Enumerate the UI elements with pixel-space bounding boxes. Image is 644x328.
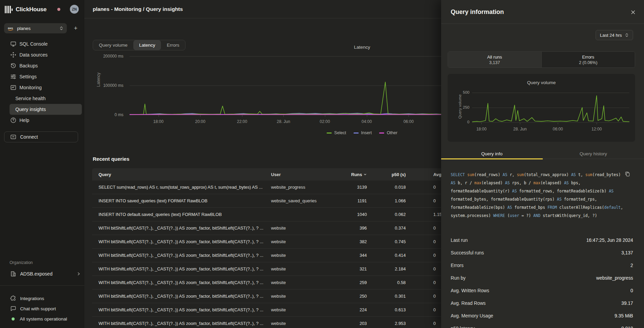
sidebar-item-integrations[interactable]: Integrations (10, 293, 82, 303)
puzzle-icon (10, 295, 16, 301)
table-row[interactable]: WITH bitShiftLeft(CAST(?..), _CAST(?..))… (92, 262, 476, 276)
sidebar-item-query-insights[interactable]: Query insights (10, 104, 82, 115)
detail-label: p50 latency (451, 326, 475, 328)
cell-query: WITH bitShiftLeft(CAST(?..), _CAST(?..))… (92, 280, 271, 285)
cell-user: website (271, 307, 326, 312)
system-status[interactable]: All systems operational (10, 314, 82, 324)
table-row[interactable]: WITH bitShiftLeft(CAST(?..), _CAST(?..))… (92, 317, 476, 328)
time-range-select[interactable]: Last 24 hrs (596, 30, 633, 40)
notification-dot (57, 8, 60, 11)
legend-swatch (379, 132, 384, 134)
latency-ytick-100000: 100000 ms (94, 83, 123, 88)
col-user: User (271, 172, 326, 177)
cell-query: WITH bitShiftLeft(CAST(?..), _CAST(?..))… (92, 307, 271, 312)
cell-runs: 344 (326, 253, 367, 258)
connect-button[interactable]: Connect (4, 131, 78, 142)
detail-value: 0 (630, 288, 633, 293)
all-runs-tab[interactable]: All runs 3,137 (448, 52, 541, 67)
tab-errors[interactable]: Errors (161, 40, 185, 50)
legend-item: Insert (354, 130, 372, 135)
table-row[interactable]: WITH bitShiftLeft(CAST(?..), _CAST(?..))… (92, 303, 476, 317)
table-row[interactable]: WITH bitShiftLeft(CAST(?..), _CAST(?..))… (92, 290, 476, 303)
x-tick-label: 28. Jun (513, 127, 526, 131)
cell-user: website (271, 253, 326, 258)
table-row[interactable]: INSERT INTO saved_queries (text) FORMAT … (92, 194, 476, 208)
add-service-button[interactable]: + (70, 23, 81, 33)
sidebar-item-sql-console[interactable]: SQL Console (10, 38, 82, 49)
workspace-selector[interactable]: aws planes (4, 23, 67, 33)
cell-query: WITH bitShiftLeft(CAST(?..), _CAST(?..))… (92, 321, 271, 326)
tab-query-history[interactable]: Query history (543, 149, 644, 159)
detail-row: p50 latency 0.018 (451, 322, 633, 328)
tab-latency[interactable]: Latency (133, 40, 161, 50)
cell-user: website (271, 294, 326, 299)
sidebar-divider (0, 285, 84, 286)
tab-query-volume[interactable]: Query volume (93, 40, 133, 50)
query-details-list: Last run 16:47:25, Jun 28 2024 Successfu… (451, 234, 633, 328)
cell-p50: 1.066 (367, 198, 406, 203)
legend-swatch (327, 132, 332, 134)
tab-query-info[interactable]: Query info (441, 149, 543, 159)
cell-p50: 0.301 (367, 294, 406, 299)
col-runs-sortable[interactable]: Runs (326, 172, 367, 177)
col-query: Query (92, 172, 271, 177)
detail-row: Avg. Read Rows 39.17 (451, 297, 633, 310)
monitoring-icon (10, 84, 16, 91)
cell-p50: 0.414 (367, 253, 406, 258)
backups-icon (10, 63, 16, 69)
cell-p50: 0.58 (367, 280, 406, 285)
chevron-updown-icon (625, 33, 629, 37)
x-tick-label: 20:00 (195, 119, 205, 124)
cell-query: WITH bitShiftLeft(CAST(?..), _CAST(?..))… (92, 294, 271, 299)
detail-row: Avg. Written Rows 0 (451, 284, 633, 297)
table-row[interactable]: WITH bitShiftLeft(CAST(?..), _CAST(?..))… (92, 276, 476, 290)
latency-chart-title: Latency (354, 45, 370, 50)
user-avatar[interactable]: ZN (70, 5, 79, 14)
query-volume-title: Query volume (448, 80, 635, 85)
volume-ytick-250: 250 (456, 105, 469, 109)
errors-tab[interactable]: Errors 2 (0.06%) (541, 52, 635, 67)
organization-selector[interactable]: ADSB.exposed (10, 268, 82, 279)
legend-item: Other (379, 130, 397, 135)
x-tick-label: 22:00 (237, 119, 247, 124)
detail-value: 39.17 (621, 301, 633, 306)
cell-query: WITH bitShiftLeft(CAST(?..), _CAST(?..))… (92, 239, 271, 244)
sidebar: ClickHouse ZN aws planes + SQL Console D… (0, 0, 84, 328)
sql-code-line: formatReadableSize(bps) AS formatted_bps… (451, 203, 637, 212)
sidebar-item-backups[interactable]: Backups (10, 60, 82, 71)
sql-code-line: AS b, r / max(elapsed) AS rps, b / max(e… (451, 179, 637, 187)
sidebar-item-chat-support[interactable]: Chat with support (10, 303, 82, 314)
table-row[interactable]: SELECT sum(read_rows) AS r, sum(total_ro… (92, 181, 476, 194)
table-row[interactable]: WITH bitShiftLeft(CAST(?..), _CAST(?..))… (92, 235, 476, 249)
legend-item: Select (327, 130, 346, 135)
help-icon (10, 117, 16, 123)
brand-name: ClickHouse (16, 6, 47, 13)
cell-p50: 2.953 (367, 321, 406, 326)
chevron-updown-icon (59, 26, 63, 31)
query-volume-card: Query volume Query volume 500 250 0 18:0… (448, 74, 635, 142)
table-row[interactable]: WITH bitShiftLeft(CAST(?..), _CAST(?..))… (92, 249, 476, 262)
detail-row: Errors 2 (451, 259, 633, 272)
legend-swatch (354, 132, 359, 134)
cell-runs: 321 (326, 266, 367, 271)
sql-code-line: SELECT sum(read_rows) AS r, sum(total_ro… (451, 171, 637, 179)
time-range-value: Last 24 hrs (600, 33, 622, 38)
cell-p50: 0.018 (367, 185, 406, 190)
sidebar-item-monitoring[interactable]: Monitoring (10, 82, 82, 93)
cell-runs: 396 (326, 225, 367, 231)
cell-p50: 2.184 (367, 266, 406, 271)
copy-icon[interactable] (625, 171, 630, 177)
cell-runs: 1191 (326, 198, 367, 203)
sidebar-item-help[interactable]: Help (10, 115, 82, 126)
table-row[interactable]: INSERT INTO default.saved_queries (text)… (92, 208, 476, 221)
cell-runs: 382 (326, 239, 367, 244)
building-icon (10, 271, 16, 277)
cell-runs: 3139 (326, 185, 367, 190)
clickhouse-logo[interactable]: ClickHouse (5, 5, 47, 14)
table-row[interactable]: WITH bitShiftLeft(CAST(?..), _CAST(?..))… (92, 221, 476, 235)
close-icon[interactable] (630, 9, 636, 16)
all-runs-count: 3,137 (489, 60, 500, 65)
sidebar-item-service-health[interactable]: Service health (10, 93, 82, 104)
sidebar-item-settings[interactable]: Settings (10, 71, 82, 82)
sidebar-item-data-sources[interactable]: Data sources (10, 49, 82, 60)
